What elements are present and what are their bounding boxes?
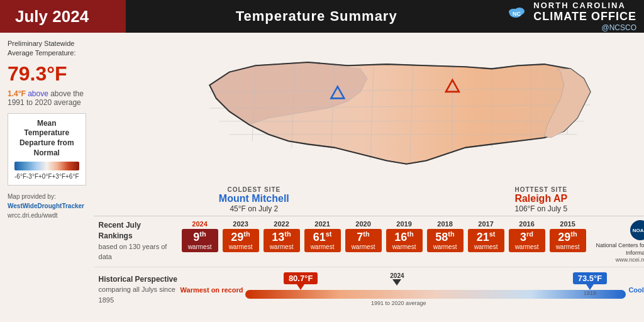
rank-label-2022: warmest bbox=[267, 243, 296, 250]
rank-badge-2021: 61stwarmest bbox=[304, 229, 341, 252]
coolest-year: 1918 bbox=[584, 290, 596, 296]
rank-badge-2018: 58thwarmest bbox=[427, 229, 464, 252]
rank-cell-2023: 202329thwarmest bbox=[221, 220, 260, 263]
rank-label-2021: warmest bbox=[308, 243, 337, 250]
map-area: COLDEST SITE Mount Mitchell 45°F on July… bbox=[94, 33, 644, 322]
left-panel: Preliminary Statewide Average Temperatur… bbox=[0, 33, 94, 322]
hottest-site-type: HOTTEST SITE bbox=[514, 186, 567, 193]
temp-above-amount: 1.4°F bbox=[8, 89, 26, 98]
rankings-title: Recent July Rankings bbox=[99, 221, 141, 240]
legend-label-3: +0°F bbox=[38, 173, 52, 180]
coolest-temp: 73.5°F bbox=[573, 272, 607, 284]
legend-labels: -6°F -3°F +0°F +3°F +6°F bbox=[14, 173, 79, 180]
avg-label: 1991 to 2020 average bbox=[371, 300, 426, 306]
rank-number-2024: 9th bbox=[193, 231, 206, 243]
rank-number-2019: 16th bbox=[394, 231, 413, 243]
prelim-label: Preliminary Statewide Average Temperatur… bbox=[8, 39, 86, 58]
coldest-site-name: Mount Mitchell bbox=[219, 193, 289, 204]
rankings-subtitle: based on 130 years of data bbox=[99, 243, 167, 261]
hottest-site-name: Raleigh AP bbox=[514, 193, 567, 204]
rank-year-2022: 2022 bbox=[274, 220, 289, 228]
logo-nc-text: NORTH CAROLINA bbox=[533, 1, 636, 10]
current-marker: 2024 bbox=[390, 272, 404, 286]
rankings-row: Recent July Rankings based on 130 years … bbox=[94, 216, 644, 267]
rank-cell-2016: 20163rdwarmest bbox=[508, 220, 547, 263]
historical-bar bbox=[245, 290, 626, 299]
header-subtitle: Temperature Summary bbox=[126, 8, 507, 25]
title-text: July 2024 bbox=[15, 7, 89, 26]
site-labels: COLDEST SITE Mount Mitchell 45°F on July… bbox=[94, 184, 644, 216]
rank-badge-2023: 29thwarmest bbox=[223, 229, 259, 252]
rank-number-2022: 13th bbox=[272, 231, 291, 243]
coolest-label: Coolest on record bbox=[628, 286, 644, 294]
map-credit: Map provided by: WestWideDroughtTracker … bbox=[8, 192, 86, 220]
coldest-site: COLDEST SITE Mount Mitchell 45°F on July… bbox=[219, 186, 289, 213]
legend-gradient bbox=[14, 162, 79, 170]
historical-subtitle: comparing all Julys since 1895 bbox=[99, 286, 175, 304]
data-credit-name: National Centers for Environmental Infor… bbox=[592, 242, 644, 257]
rank-cell-2017: 201721stwarmest bbox=[467, 220, 506, 263]
coolest-triangle-icon bbox=[586, 284, 594, 290]
rankings-table: 20249thwarmest202329thwarmest202213thwar… bbox=[180, 220, 587, 263]
rank-label-2023: warmest bbox=[226, 243, 255, 250]
data-credit: NOAA National Centers for Environmental … bbox=[587, 220, 644, 263]
nc-map-svg bbox=[94, 33, 644, 184]
hottest-site: HOTTEST SITE Raleigh AP 106°F on July 5 bbox=[514, 186, 567, 213]
current-triangle-icon bbox=[392, 279, 401, 286]
rank-label-2017: warmest bbox=[472, 243, 501, 250]
coolest-marker: 73.5°F 1918 bbox=[573, 272, 607, 296]
rank-year-2016: 2016 bbox=[519, 220, 534, 228]
legend-box: Mean TemperatureDeparture from Normal -6… bbox=[8, 113, 86, 186]
historical-title: Historical Perspective bbox=[99, 275, 177, 284]
rank-number-2021: 61st bbox=[313, 231, 332, 243]
rank-year-2024: 2024 bbox=[192, 220, 207, 228]
logo-top: NC NORTH CAROLINA CLIMATE OFFICE bbox=[507, 1, 636, 23]
historical-row: Historical Perspective comparing all Jul… bbox=[94, 267, 644, 312]
nc-map-container bbox=[94, 33, 644, 184]
rank-year-2017: 2017 bbox=[478, 220, 493, 228]
noaa-logo: NOAA bbox=[630, 220, 644, 240]
rank-cell-2021: 202161stwarmest bbox=[303, 220, 342, 263]
historical-bar-container: 80.7°F 1993 2024 1991 to 2020 average bbox=[245, 272, 626, 307]
bottom-section: Recent July Rankings based on 130 years … bbox=[94, 216, 644, 312]
rank-number-2018: 58th bbox=[435, 231, 454, 243]
legend-label-2: -3°F bbox=[26, 173, 38, 180]
hottest-site-temp: 106°F on July 5 bbox=[514, 204, 567, 213]
wwdt-url: wrcc.dri.edu/wwdt bbox=[8, 212, 57, 219]
legend-title: Mean TemperatureDeparture from Normal bbox=[14, 119, 79, 158]
rank-label-2016: warmest bbox=[513, 243, 541, 250]
rank-number-2015: 29th bbox=[558, 231, 577, 243]
coldest-site-temp: 45°F on July 2 bbox=[219, 204, 289, 213]
rank-label-2024: warmest bbox=[186, 243, 214, 250]
rank-label-2015: warmest bbox=[553, 243, 582, 250]
current-year: 2024 bbox=[390, 272, 404, 279]
rank-number-2020: 7th bbox=[357, 231, 369, 243]
rank-label-2019: warmest bbox=[390, 243, 419, 250]
rank-cell-2020: 20207thwarmest bbox=[344, 220, 383, 263]
historical-label: Historical Perspective comparing all Jul… bbox=[99, 274, 180, 306]
wwdt-brand: WestWideDroughtTracker bbox=[8, 203, 84, 209]
rank-badge-2022: 13thwarmest bbox=[264, 229, 300, 252]
warmest-triangle-icon bbox=[297, 284, 304, 290]
rank-year-2015: 2015 bbox=[560, 220, 575, 228]
rankings-label: Recent July Rankings based on 130 years … bbox=[99, 220, 180, 263]
data-credit-url: www.ncei.noaa.gov bbox=[616, 257, 644, 263]
rank-badge-2015: 29thwarmest bbox=[550, 229, 586, 252]
page-title: July 2024 bbox=[0, 0, 126, 33]
rank-cell-2022: 202213thwarmest bbox=[262, 220, 301, 263]
rank-number-2023: 29th bbox=[231, 231, 250, 243]
map-credit-label: Map provided by: bbox=[8, 193, 56, 200]
rank-year-2021: 2021 bbox=[314, 220, 330, 228]
rank-badge-2017: 21stwarmest bbox=[468, 229, 504, 252]
logo-twitter: @NCSCO bbox=[601, 23, 636, 32]
coldest-site-type: COLDEST SITE bbox=[219, 186, 289, 193]
rank-year-2018: 2018 bbox=[437, 220, 452, 228]
rank-cell-2018: 201858thwarmest bbox=[426, 220, 465, 263]
warmest-temp: 80.7°F bbox=[284, 272, 318, 284]
rank-year-2023: 2023 bbox=[233, 220, 248, 228]
rank-label-2020: warmest bbox=[349, 243, 378, 250]
legend-label-1: -6°F bbox=[14, 173, 26, 180]
rank-label-2018: warmest bbox=[431, 243, 460, 250]
warmest-label: Warmest on record bbox=[180, 286, 243, 294]
main-content: Preliminary Statewide Average Temperatur… bbox=[0, 33, 644, 322]
